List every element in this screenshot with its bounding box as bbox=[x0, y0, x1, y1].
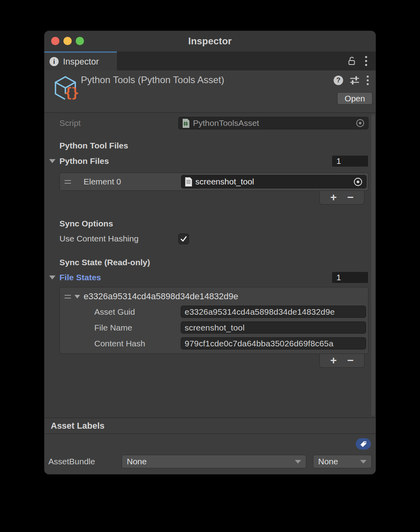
label-tag-button[interactable] bbox=[356, 438, 371, 450]
array-controls: + − bbox=[319, 191, 365, 205]
help-icon[interactable]: ? bbox=[334, 76, 343, 85]
window-controls bbox=[51, 37, 84, 45]
python-files-size-field[interactable]: 1 bbox=[332, 155, 368, 167]
sync-options-heading: Sync Options bbox=[59, 219, 368, 228]
file-name-field[interactable]: screenshot_tool bbox=[181, 321, 366, 334]
tab-bar: i Inspector bbox=[44, 51, 376, 70]
asset-labels-header: Asset Labels bbox=[44, 418, 376, 434]
presets-icon[interactable] bbox=[349, 75, 360, 86]
window-titlebar[interactable]: Inspector bbox=[44, 31, 376, 51]
assetbundle-value: None bbox=[127, 457, 147, 466]
file-states-label[interactable]: File States bbox=[59, 273, 101, 282]
file-name-row: File Name screenshot_tool bbox=[94, 321, 366, 334]
script-value: PythonToolsAsset bbox=[193, 118, 353, 128]
window-title: Inspector bbox=[188, 36, 232, 47]
script-label: Script bbox=[59, 118, 178, 128]
file-states-size-field[interactable]: 1 bbox=[332, 272, 368, 283]
file-state-guid-header: e3326a95314cd4a5898d34de14832d9e bbox=[84, 291, 238, 302]
tag-icon bbox=[359, 440, 368, 448]
assetbundle-variant-value: None bbox=[318, 457, 338, 466]
open-button[interactable]: Open bbox=[337, 92, 372, 104]
tab-label: Inspector bbox=[63, 57, 99, 67]
dropdown-arrow-icon bbox=[360, 460, 367, 464]
component-menu-kebab-icon[interactable] bbox=[366, 75, 369, 86]
object-picker-icon[interactable] bbox=[353, 177, 363, 187]
script-object-field[interactable]: PythonToolsAsset bbox=[178, 117, 368, 129]
python-files-label[interactable]: Python Files bbox=[59, 156, 109, 166]
assetbundle-dropdown[interactable]: None bbox=[122, 455, 306, 468]
script-row: Script PythonToolsAsset bbox=[59, 117, 368, 129]
assetbundle-label: AssetBundle bbox=[48, 457, 122, 466]
element-label: Element 0 bbox=[84, 177, 181, 186]
component-header: {} Python Tools (Python Tools Asset) ? O… bbox=[44, 70, 376, 113]
use-content-hashing-row: Use Content Hashing bbox=[59, 233, 368, 245]
info-icon: i bbox=[50, 57, 59, 66]
asset-labels-body: AssetBundle None None bbox=[44, 434, 376, 474]
tab-inspector[interactable]: i Inspector bbox=[44, 51, 117, 70]
content-hash-field[interactable]: 979cf1cde0c7da64bba35026d69f8c65a bbox=[181, 337, 366, 350]
array-element-row[interactable]: Element 0 screenshot_tool bbox=[59, 173, 368, 191]
file-state-header[interactable]: e3326a95314cd4a5898d34de14832d9e bbox=[60, 287, 368, 306]
add-element-button[interactable]: + bbox=[330, 192, 336, 203]
asset-guid-field[interactable]: e3326a95314cd4a5898d34de14832d9e bbox=[181, 306, 366, 318]
file-states-foldout-row: File States 1 bbox=[59, 272, 368, 283]
asset-guid-label: Asset Guid bbox=[94, 307, 181, 317]
asset-guid-row: Asset Guid e3326a95314cd4a5898d34de14832… bbox=[94, 306, 366, 318]
add-element-button[interactable]: + bbox=[330, 355, 336, 366]
checkmark-icon bbox=[179, 235, 188, 243]
dropdown-arrow-icon bbox=[295, 460, 301, 464]
minimize-window-button[interactable] bbox=[63, 37, 72, 45]
close-window-button[interactable] bbox=[51, 37, 59, 45]
foldout-triangle-icon[interactable] bbox=[49, 159, 55, 163]
unlock-icon[interactable] bbox=[347, 56, 357, 66]
python-tools-asset-icon: {} bbox=[53, 75, 79, 102]
sync-state-heading: Sync State (Read-only) bbox=[59, 258, 368, 267]
csharp-script-icon bbox=[182, 118, 190, 128]
assetbundle-variant-dropdown[interactable]: None bbox=[313, 455, 372, 468]
text-asset-icon bbox=[185, 177, 193, 187]
assetbundle-row: AssetBundle None None bbox=[48, 455, 372, 468]
foldout-triangle-icon[interactable] bbox=[49, 276, 55, 279]
content-hash-label: Content Hash bbox=[94, 339, 181, 348]
object-picker-icon[interactable] bbox=[355, 118, 365, 128]
remove-element-button[interactable]: − bbox=[347, 192, 353, 203]
array-controls: + − bbox=[319, 354, 365, 368]
file-name-label: File Name bbox=[94, 323, 181, 332]
inspector-body: Script PythonToolsAsset Python Tool File… bbox=[44, 113, 376, 418]
maximize-window-button[interactable] bbox=[76, 37, 84, 45]
foldout-triangle-icon[interactable] bbox=[74, 295, 80, 298]
drag-handle-icon[interactable] bbox=[65, 295, 71, 298]
content-hash-row: Content Hash 979cf1cde0c7da64bba35026d69… bbox=[94, 337, 366, 350]
python-files-foldout-row: Python Files 1 bbox=[59, 155, 368, 167]
element-value: screenshot_tool bbox=[195, 177, 350, 186]
use-content-hashing-checkbox[interactable] bbox=[178, 234, 189, 244]
use-content-hashing-label: Use Content Hashing bbox=[59, 234, 178, 243]
drag-handle-icon[interactable] bbox=[65, 180, 71, 184]
inspector-window: Inspector i Inspector bbox=[44, 31, 376, 474]
remove-element-button[interactable]: − bbox=[347, 355, 353, 366]
asset-labels-title: Asset Labels bbox=[51, 421, 105, 431]
python-tool-files-heading: Python Tool Files bbox=[59, 141, 368, 150]
component-title: Python Tools (Python Tools Asset) bbox=[81, 74, 224, 86]
element-object-field[interactable]: screenshot_tool bbox=[181, 175, 367, 188]
tab-menu-kebab-icon[interactable] bbox=[365, 55, 368, 66]
braces-icon: {} bbox=[64, 85, 78, 101]
file-state-entry: e3326a95314cd4a5898d34de14832d9e Asset G… bbox=[59, 287, 368, 354]
scrollbar[interactable] bbox=[371, 114, 375, 416]
